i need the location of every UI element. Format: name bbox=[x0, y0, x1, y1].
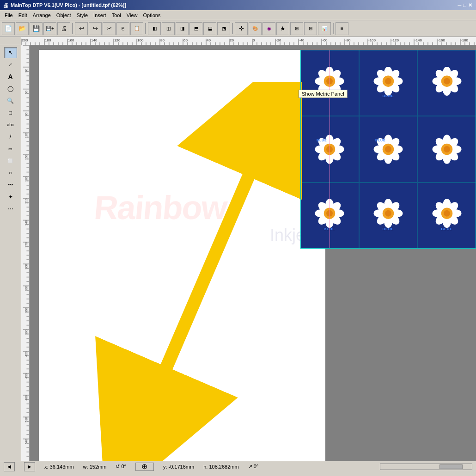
floral-cell-5: BLUE bbox=[359, 116, 418, 182]
tb-copy[interactable]: ⎘ bbox=[116, 22, 129, 35]
floral-cell-3 bbox=[417, 50, 476, 116]
menu-insert[interactable]: Insert bbox=[91, 12, 109, 19]
tb-color[interactable]: 🎨 bbox=[249, 22, 262, 35]
floral-cell-8: BLUE bbox=[359, 183, 418, 249]
menu-file[interactable]: File bbox=[2, 12, 16, 19]
scroll-thumb-h[interactable] bbox=[439, 464, 463, 469]
toolpanel: ↖ ⤢ A ◯ 🔍 □ abc / ▭ ⬜ ○ 〜 ✦ ⋯ bbox=[0, 45, 21, 461]
tb-save[interactable]: 💾 bbox=[30, 22, 43, 35]
svg-point-31 bbox=[444, 78, 450, 84]
svg-point-95 bbox=[444, 210, 450, 217]
svg-point-84 bbox=[385, 210, 391, 217]
status-h: h: 108.2682mm bbox=[203, 464, 238, 470]
tb-align-top[interactable]: ⬒ bbox=[189, 22, 202, 35]
tb-graph[interactable]: 📊 bbox=[318, 22, 331, 35]
tool-abc[interactable]: abc bbox=[4, 119, 17, 130]
status-rot1: ↺ 0° bbox=[116, 464, 126, 470]
tool-rect2[interactable]: ⬜ bbox=[4, 155, 17, 166]
tb-paste[interactable]: 📋 bbox=[130, 22, 143, 35]
canvas-wrapper: Rainbow Inkjet bbox=[21, 45, 476, 461]
tb-align-left[interactable]: ◧ bbox=[148, 22, 161, 35]
tb-sep3 bbox=[232, 23, 233, 34]
tb-cut[interactable]: ✂ bbox=[103, 22, 116, 35]
svg-point-20 bbox=[385, 78, 391, 84]
menubar: File Edit Arrange Object Style Insert To… bbox=[0, 10, 476, 20]
canvas-area[interactable]: Rainbow Inkjet bbox=[30, 45, 476, 461]
selection-line bbox=[330, 50, 330, 249]
tool-zoom[interactable]: 🔍 bbox=[4, 95, 17, 106]
nav-prev[interactable]: ◀ bbox=[4, 462, 15, 471]
menu-options[interactable]: Options bbox=[140, 12, 163, 19]
tb-align-right[interactable]: ◨ bbox=[176, 22, 189, 35]
watermark: Rainbow bbox=[92, 189, 228, 226]
tb-new[interactable]: 📄 bbox=[2, 22, 15, 35]
close-btn[interactable]: ✕ bbox=[468, 2, 472, 8]
tool-text[interactable]: A bbox=[4, 71, 17, 82]
svg-point-63 bbox=[444, 146, 450, 153]
ruler-h-row bbox=[0, 37, 476, 45]
tb-align-center[interactable]: ◫ bbox=[162, 22, 175, 35]
titlebar: 🖨 MainTop DTP V6.1(UV Pico) - [untitled.… bbox=[0, 0, 476, 10]
minimize-btn[interactable]: ─ bbox=[458, 2, 462, 8]
svg-text:BLUE: BLUE bbox=[317, 138, 327, 141]
tb-align-bottom[interactable]: ⬔ bbox=[217, 22, 230, 35]
tool-roundrect[interactable]: ▭ bbox=[4, 143, 17, 154]
menu-edit[interactable]: Edit bbox=[16, 12, 30, 19]
tool-ellipse[interactable]: ◯ bbox=[4, 83, 17, 94]
tool-rect[interactable]: □ bbox=[4, 107, 17, 118]
menu-arrange[interactable]: Arrange bbox=[30, 12, 54, 19]
ruler-corner bbox=[0, 37, 21, 45]
page: Rainbow Inkjet bbox=[39, 50, 325, 461]
tool-select[interactable]: ↖ bbox=[4, 47, 17, 58]
svg-text:BLUE: BLUE bbox=[383, 227, 394, 231]
floral-cell-9: BLUE bbox=[417, 183, 476, 249]
svg-text:BLUE: BLUE bbox=[375, 138, 386, 141]
svg-point-52 bbox=[385, 146, 391, 153]
svg-text:BLUE: BLUE bbox=[383, 93, 394, 98]
ruler-h bbox=[21, 37, 476, 45]
menu-tool[interactable]: Tool bbox=[109, 12, 124, 19]
tool-move[interactable]: ⤢ bbox=[4, 59, 17, 70]
scrollbar-h[interactable] bbox=[380, 464, 472, 470]
tb-grid2[interactable]: ⊟ bbox=[304, 22, 317, 35]
tb-undo[interactable]: ↩ bbox=[75, 22, 88, 35]
tb-sep2 bbox=[145, 23, 146, 34]
main-content: ↖ ⤢ A ◯ 🔍 □ abc / ▭ ⬜ ○ 〜 ✦ ⋯ Rainbow I bbox=[0, 45, 476, 461]
svg-text:BLUE: BLUE bbox=[441, 227, 452, 231]
tool-circle[interactable]: ○ bbox=[4, 167, 17, 178]
status-rot2: ↗ 0° bbox=[248, 464, 259, 470]
menu-object[interactable]: Object bbox=[54, 12, 74, 19]
tb-sep4 bbox=[333, 23, 334, 34]
tb-grid[interactable]: ⊞ bbox=[290, 22, 303, 35]
tb-sep1 bbox=[72, 23, 73, 34]
menu-view[interactable]: View bbox=[124, 12, 140, 19]
floral-cell-2: BLUE bbox=[359, 50, 418, 116]
tool-star2[interactable]: ✦ bbox=[4, 191, 17, 202]
tb-redo[interactable]: ↪ bbox=[89, 22, 102, 35]
maximize-btn[interactable]: □ bbox=[463, 2, 466, 8]
toolbar: 📄 📂 💾 💾+ 🖨 ↩ ↪ ✂ ⎘ 📋 ◧ ◫ ◨ ⬒ ⬓ ⬔ ✛ 🎨 ◉ ★… bbox=[0, 20, 476, 37]
tb-crosshair[interactable]: ✛ bbox=[235, 22, 248, 35]
tb-open[interactable]: 📂 bbox=[16, 22, 29, 35]
tb-print[interactable]: 🖨 bbox=[57, 22, 70, 35]
tb-align-mid[interactable]: ⬓ bbox=[203, 22, 216, 35]
tb-text[interactable]: ≡ bbox=[336, 22, 348, 35]
floral-area: BLUE bbox=[300, 50, 476, 249]
status-w: w: 152mm bbox=[83, 464, 107, 470]
tool-line[interactable]: / bbox=[4, 131, 17, 142]
menu-style[interactable]: Style bbox=[74, 12, 91, 19]
status-x: x: 36.143mm bbox=[44, 464, 74, 470]
app-icon: 🖨 bbox=[3, 2, 9, 9]
tb-saveas[interactable]: 💾+ bbox=[43, 22, 56, 35]
ruler-v bbox=[21, 45, 30, 461]
tooltip: Show Metric Panel bbox=[299, 90, 348, 98]
nav-next[interactable]: ▶ bbox=[24, 462, 35, 471]
status-y: y: -0.1716mm bbox=[163, 464, 194, 470]
tool-dots[interactable]: ⋯ bbox=[4, 203, 17, 214]
statusbar: ◀ ▶ x: 36.143mm w: 152mm ↺ 0° ⊕ y: -0.17… bbox=[0, 461, 476, 472]
tb-color2[interactable]: ◉ bbox=[262, 22, 275, 35]
tb-star[interactable]: ★ bbox=[276, 22, 289, 35]
status-cross[interactable]: ⊕ bbox=[135, 463, 154, 471]
titlebar-text: MainTop DTP V6.1(UV Pico) - [untitled.tp… bbox=[11, 2, 126, 8]
tool-wave[interactable]: 〜 bbox=[4, 179, 17, 190]
